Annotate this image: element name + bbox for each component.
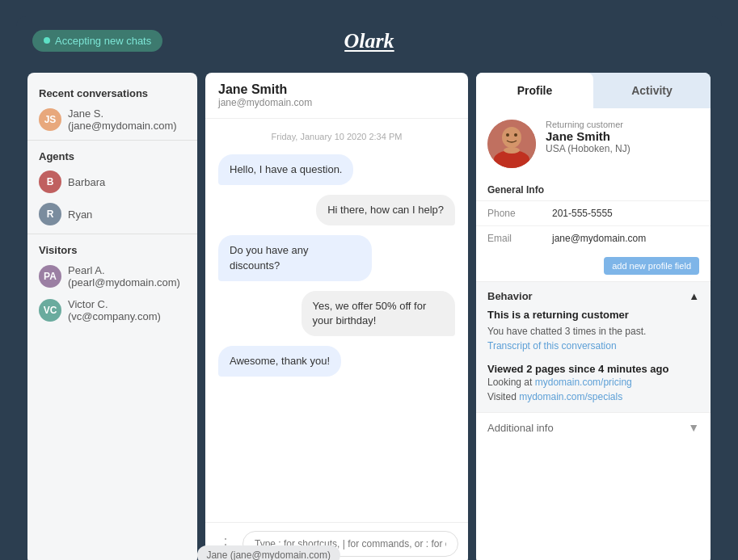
chat-area: Jane Smith jane@mydomain.com Friday, Jan… xyxy=(205,73,468,560)
general-info-title: General Info xyxy=(476,179,711,200)
message-5: Awesome, thank you! xyxy=(218,346,341,377)
svg-point-5 xyxy=(504,147,520,154)
behavior-viewed-title: Viewed 2 pages since 4 minutes ago xyxy=(487,363,699,375)
divider-2 xyxy=(27,234,197,234)
avatar-jane: JS xyxy=(39,108,61,131)
email-row: Email jane@mydomain.com xyxy=(476,225,711,251)
status-badge[interactable]: Accepting new chats xyxy=(32,30,162,52)
behavior-section: Behavior ▲ This is a returning customer … xyxy=(476,281,711,412)
behavior-transcript-link[interactable]: Transcript of this conversation xyxy=(487,340,617,352)
ryan-name: Ryan xyxy=(68,208,92,221)
sidebar-jane-text: Jane S. (jane@mydomain.com) xyxy=(68,107,186,132)
email-value: jane@mydomain.com xyxy=(552,233,646,244)
phone-row: Phone 201-555-5555 xyxy=(476,200,711,225)
add-field-btn-container: add new profile field xyxy=(476,251,711,281)
additional-info-section[interactable]: Additional info ▼ xyxy=(476,412,711,442)
message-2: Hi there, how can I help? xyxy=(316,195,455,225)
visitors-label: Visitors xyxy=(27,238,197,259)
profile-content: Returning customer Jane Smith USA (Hobok… xyxy=(476,108,711,560)
profile-user-info: Returning customer Jane Smith USA (Hobok… xyxy=(546,120,630,154)
profile-user-name: Jane Smith xyxy=(546,129,630,143)
sidebar-item-victor[interactable]: VC Victor C. (vc@company.com) xyxy=(27,293,197,327)
avatar-barbara: B xyxy=(39,171,61,193)
top-bar: Accepting new chats Olark xyxy=(16,16,722,65)
tab-profile[interactable]: Profile xyxy=(476,73,593,108)
profile-user-section: Returning customer Jane Smith USA (Hobok… xyxy=(476,108,711,179)
message-4: Yes, we offer 50% off for your birthday! xyxy=(302,291,455,336)
chat-header: Jane Smith jane@mydomain.com xyxy=(205,73,468,119)
logo: Olark xyxy=(344,29,394,52)
avatar-ryan: R xyxy=(39,203,61,225)
behavior-header[interactable]: Behavior ▲ xyxy=(487,290,699,302)
additional-info-label: Additional info xyxy=(487,422,554,434)
behavior-returning-title: This is a returning customer xyxy=(487,309,699,321)
behavior-chevron-icon: ▲ xyxy=(689,290,699,302)
recent-conversations-label: Recent conversations xyxy=(27,81,197,103)
chat-messages: Friday, January 10 2020 2:34 PM Hello, I… xyxy=(205,119,468,522)
app-container: Accepting new chats Olark Recent convers… xyxy=(16,16,722,560)
profile-panel: Profile Activity xyxy=(476,73,711,560)
main-content: Recent conversations JS Jane S. (jane@my… xyxy=(16,65,722,560)
chat-footer-tag: Jane (jane@mydomain.com) xyxy=(196,545,340,560)
avatar-pearl: PA xyxy=(39,265,61,288)
avatar-victor: VC xyxy=(39,299,61,322)
chat-contact-email: jane@mydomain.com xyxy=(218,97,455,108)
sidebar-item-ryan[interactable]: R Ryan xyxy=(27,198,197,230)
sidebar-item-jane[interactable]: JS Jane S. (jane@mydomain.com) xyxy=(27,103,197,137)
svg-point-1 xyxy=(502,127,521,148)
status-dot xyxy=(44,37,50,44)
tab-activity[interactable]: Activity xyxy=(593,73,711,108)
profile-user-location: USA (Hoboken, NJ) xyxy=(546,143,630,154)
divider-1 xyxy=(27,140,197,141)
phone-value: 201-555-5555 xyxy=(552,208,613,219)
email-label: Email xyxy=(487,233,552,244)
message-1: Hello, I have a question. xyxy=(218,154,353,185)
add-profile-field-button[interactable]: add new profile field xyxy=(604,257,699,275)
svg-point-2 xyxy=(506,133,509,137)
specials-link[interactable]: mydomain.com/specials xyxy=(519,391,622,402)
sidebar-item-barbara[interactable]: B Barbara xyxy=(27,166,197,198)
phone-label: Phone xyxy=(487,208,552,219)
returning-label: Returning customer xyxy=(546,120,630,129)
chat-date-divider: Friday, January 10 2020 2:34 PM xyxy=(218,132,455,141)
profile-tabs: Profile Activity xyxy=(476,73,711,108)
pricing-link[interactable]: mydomain.com/pricing xyxy=(535,377,632,388)
sidebar-item-pearl[interactable]: PA Pearl A. (pearl@mydomain.com) xyxy=(27,259,197,293)
sidebar: Recent conversations JS Jane S. (jane@my… xyxy=(27,73,197,560)
chat-contact-name: Jane Smith xyxy=(218,82,455,97)
agents-label: Agents xyxy=(27,144,197,166)
additional-info-chevron-icon: ▼ xyxy=(688,421,699,434)
status-text: Accepting new chats xyxy=(55,35,151,47)
pearl-name: Pearl A. (pearl@mydomain.com) xyxy=(68,264,186,288)
behavior-returning-text: You have chatted 3 times in the past. Tr… xyxy=(487,324,699,353)
profile-avatar xyxy=(487,120,536,168)
barbara-name: Barbara xyxy=(68,176,105,188)
victor-name: Victor C. (vc@company.com) xyxy=(68,298,186,322)
message-3: Do you have any discounts? xyxy=(218,235,372,280)
svg-point-3 xyxy=(514,133,517,137)
behavior-pages: Looking at mydomain.com/pricing Visited … xyxy=(487,375,699,404)
behavior-label: Behavior xyxy=(487,290,533,302)
